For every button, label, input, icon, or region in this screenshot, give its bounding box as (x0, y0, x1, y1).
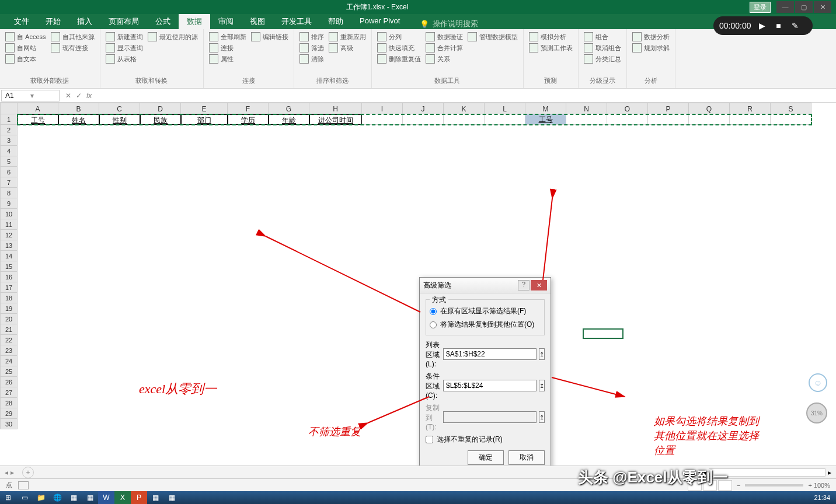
cell[interactable]: 性别 (99, 114, 140, 125)
row-header[interactable]: 7 (0, 177, 18, 188)
column-header[interactable]: K (444, 103, 485, 114)
maximize-button[interactable]: ▢ (795, 1, 813, 13)
ribbon-button[interactable]: 高级 (328, 43, 367, 53)
recorder-stop-button[interactable]: ■ (774, 20, 784, 31)
column-header[interactable]: D (140, 103, 181, 114)
cell[interactable] (362, 114, 403, 125)
row-header[interactable]: 2 (0, 125, 18, 135)
row-header[interactable]: 26 (0, 377, 18, 387)
radio-copy-to-location[interactable]: 将筛选结果复制到其他位置(O) (430, 318, 541, 331)
column-header[interactable]: J (403, 103, 444, 114)
row-header[interactable]: 27 (0, 387, 18, 398)
cell[interactable] (403, 114, 444, 125)
cell[interactable] (485, 114, 525, 125)
ribbon-button[interactable]: 全部刷新 (208, 32, 247, 42)
row-header[interactable]: 5 (0, 156, 18, 167)
ribbon-button[interactable]: 组合 (583, 32, 622, 42)
ribbon-button[interactable]: 属性 (208, 54, 247, 64)
cell[interactable] (566, 114, 607, 125)
row-header[interactable]: 25 (0, 366, 18, 377)
app-icon-1[interactable]: ▦ (65, 491, 82, 504)
browser-icon[interactable]: 🌐 (49, 491, 65, 504)
ribbon-button[interactable]: 管理数据模型 (467, 32, 518, 42)
progress-circle[interactable]: 31% (806, 402, 827, 424)
zoom-slider[interactable] (745, 484, 803, 487)
powerpoint-icon[interactable]: P (131, 491, 147, 504)
row-header[interactable]: 17 (0, 282, 18, 293)
ribbon-button[interactable]: 数据验证 (425, 32, 464, 42)
enter-formula-icon[interactable]: ✓ (76, 92, 82, 100)
column-header[interactable]: L (485, 103, 525, 114)
recorder-edit-button[interactable]: ✎ (790, 20, 800, 31)
app-icon-3[interactable]: ▦ (147, 491, 163, 504)
add-sheet-button[interactable]: + (22, 467, 34, 478)
ribbon-button[interactable]: 排序 (299, 32, 325, 42)
recorder-play-button[interactable]: ▶ (757, 20, 768, 31)
row-header[interactable]: 24 (0, 356, 18, 366)
ribbon-button[interactable]: 快速填充 (377, 43, 422, 53)
column-header[interactable]: F (228, 103, 269, 114)
column-header[interactable]: R (730, 103, 771, 114)
cell[interactable]: 工号 (525, 114, 566, 125)
row-header[interactable]: 28 (0, 398, 18, 408)
row-header[interactable]: 14 (0, 251, 18, 261)
ribbon-button[interactable]: 规划求解 (632, 43, 670, 53)
ribbon-tab-公式[interactable]: 公式 (147, 14, 179, 29)
start-button[interactable]: ⊞ (0, 491, 16, 504)
column-header[interactable]: N (566, 103, 607, 114)
row-header[interactable]: 12 (0, 230, 18, 240)
ok-button[interactable]: 确定 (468, 450, 504, 465)
name-box[interactable]: A1▾ (1, 90, 60, 102)
ribbon-tab-帮助[interactable]: 帮助 (320, 14, 351, 29)
cell[interactable] (771, 114, 811, 125)
cell[interactable] (648, 114, 689, 125)
explorer-icon[interactable]: 📁 (33, 491, 49, 504)
minimize-button[interactable]: — (776, 1, 794, 13)
ribbon-button[interactable]: 最近使用的源 (147, 32, 198, 42)
criteria-range-input[interactable] (443, 380, 537, 391)
column-header[interactable]: G (269, 103, 309, 114)
zoom-level[interactable]: + 100% (808, 482, 830, 489)
task-view-icon[interactable]: ▭ (16, 491, 33, 504)
ribbon-button[interactable]: 重新应用 (328, 32, 367, 42)
ribbon-button[interactable]: 分列 (377, 32, 422, 42)
login-button[interactable]: 登录 (750, 2, 771, 13)
list-range-ref-button[interactable]: ↥ (539, 348, 545, 360)
sheet-nav-last-icon[interactable]: ▸ (11, 468, 14, 477)
column-header[interactable]: O (607, 103, 648, 114)
row-header[interactable]: 15 (0, 261, 18, 272)
ribbon-tab-页面布局[interactable]: 页面布局 (100, 14, 147, 29)
row-header[interactable]: 20 (0, 314, 18, 324)
column-header[interactable]: A (18, 103, 58, 114)
radio-filter-in-place[interactable]: 在原有区域显示筛选结果(F) (430, 304, 541, 318)
row-header[interactable]: 10 (0, 209, 18, 219)
sheet-nav-first-icon[interactable]: ◂ (5, 468, 8, 477)
ribbon-button[interactable]: 自 Access (5, 32, 47, 42)
ribbon-button[interactable]: 分类汇总 (583, 54, 622, 64)
excel-icon[interactable]: X (114, 491, 131, 504)
cancel-formula-icon[interactable]: ✕ (65, 92, 71, 100)
ribbon-tab-审阅[interactable]: 审阅 (210, 14, 242, 29)
row-header[interactable]: 18 (0, 293, 18, 303)
dialog-titlebar[interactable]: 高级筛选 ? ✕ (420, 278, 551, 293)
cell[interactable]: 年龄 (269, 114, 309, 125)
ribbon-button[interactable]: 从表格 (105, 54, 144, 64)
copy-to-ref-button[interactable]: ↥ (539, 411, 545, 423)
ribbon-button[interactable]: 连接 (208, 43, 247, 53)
cancel-button[interactable]: 取消 (508, 450, 545, 465)
taskbar-clock[interactable]: 21:34 (808, 494, 836, 501)
ribbon-button[interactable]: 显示查询 (105, 43, 144, 53)
cell[interactable] (689, 114, 730, 125)
app-icon-4[interactable]: ▦ (163, 491, 180, 504)
cell[interactable] (730, 114, 771, 125)
cell[interactable] (444, 114, 485, 125)
ribbon-button[interactable]: 现有连接 (50, 43, 95, 53)
row-header[interactable]: 23 (0, 345, 18, 356)
select-all-corner[interactable] (0, 103, 18, 114)
row-header[interactable]: 13 (0, 240, 18, 251)
ribbon-button[interactable]: 取消组合 (583, 43, 622, 53)
row-header[interactable]: 29 (0, 408, 18, 419)
word-icon[interactable]: W (98, 491, 114, 504)
column-header[interactable]: Q (689, 103, 730, 114)
list-range-input[interactable] (443, 348, 537, 360)
